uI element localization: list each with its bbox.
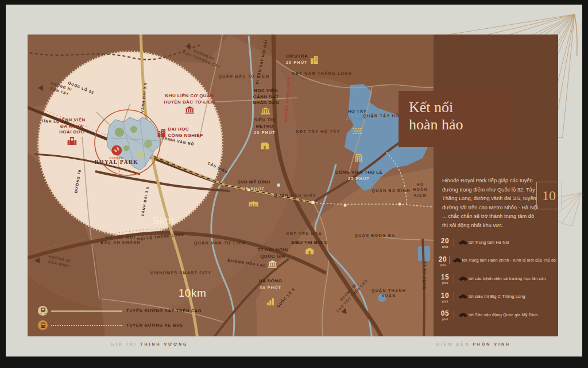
footer-right-tagline: ĐIỂM ĐẾN PHỒN VINH (436, 342, 510, 346)
waves-icon (353, 128, 362, 135)
car-icon (457, 240, 469, 245)
area-ho-hoan-kiem: HỒ HOÀN KIẾM (413, 182, 428, 198)
poi-khu-lien-co: KHU LIÊN CƠ QUAN HUYỆN BẮC TỪ LIÊM (164, 87, 215, 120)
poi-benh-vien-hoai-duc: BỆNH VIỆN ĐA KHOA HOÀI ĐỨC (58, 112, 85, 151)
government-building-icon (185, 106, 194, 114)
area-nam-tu-liem: QUẬN NAM TỪ LIÊM (194, 240, 246, 246)
poi-sieu-thi-metro: SIÊU THỊ METRO 20 PHÚT (254, 112, 276, 156)
area-ba-dinh: QUẬN BA ĐÌNH (372, 188, 410, 193)
location-map: QUẬN BẮC TỪ LIÊM KĐT NAM THĂNG LONG QUẬN… (28, 34, 434, 336)
poi-svd-my-dinh: SVĐ MỸ ĐÌNH 15 PHÚT (238, 174, 270, 212)
legend-rail-line (51, 310, 122, 312)
university-icon (157, 129, 165, 137)
project-logo: HINODE ROYAL PARK (95, 145, 139, 165)
travel-time-row: 20phút tới Trung tâm Hành chính - Kinh t… (438, 254, 556, 267)
towers-icon (266, 298, 274, 305)
arrow-hoa-binh-icon (34, 258, 40, 263)
area-kdt-tay-ho-tay: KĐT TÂY HỒ TÂY (296, 129, 341, 134)
poi-sieu-thi-big-c: SIÊU THỊ BIG C (291, 234, 328, 260)
poi-tt-hoi-nghi: TT HỘI NGHỊ QUỐC GIA (258, 241, 288, 274)
ring-5km-label: 5km (153, 213, 174, 228)
poi-dai-hoc-cong-nghiep: ĐẠI HỌC CÔNG NGHIỆP (157, 121, 203, 145)
area-thanh-xuan: QUẬN THANH XUÂN (366, 288, 411, 299)
area-vinhomes-smart-city: VINHOMES SMART CITY (150, 270, 212, 275)
map-legend: TUYẾN ĐƯỜNG SẮT TRÊN CAO TUYẾN ĐƯỜNG XE … (38, 304, 202, 332)
hospital-icon (67, 137, 76, 145)
car-icon (457, 312, 469, 317)
travel-times-list: 20phút tới Trung tâm Hà Nội 20phút tới T… (438, 236, 556, 327)
convention-center-icon (268, 260, 277, 268)
car-icon (452, 258, 462, 263)
legend-bus-row: TUYẾN ĐƯỜNG XE BUS (38, 318, 202, 332)
bus-icon (38, 320, 48, 330)
travel-time-row: 20phút tới Trung tâm Hà Nội (438, 236, 556, 249)
page-number: 10 (536, 182, 562, 209)
area-dong-da: QUẬN ĐỐNG ĐA (354, 233, 395, 238)
car-icon (457, 276, 469, 281)
poi-ha-dong: HÀ ĐÔNG 30 PHÚT (259, 273, 283, 311)
map-spread: QUẬN BẮC TỪ LIÊM KĐT NAM THĂNG LONG QUẬN… (28, 34, 558, 336)
arrow-son-tay-icon (38, 85, 43, 91)
stadium-icon (249, 199, 259, 206)
section-title: Kết nối hoàn hảo (399, 91, 511, 133)
car-icon (457, 294, 469, 299)
footer-left-tagline: GIÁ TRỊ THỊNH VƯỢNG (111, 342, 188, 346)
area-tay-ho: QUẬN TÂY HỒ (363, 113, 399, 118)
panel-description: Hinode Royal Park tiếp giáp các tuyến đư… (442, 177, 540, 231)
park-gate-icon (355, 154, 363, 163)
travel-time-row: 15phút tới các bệnh viện và trường học l… (438, 272, 556, 285)
mall-icon (305, 247, 314, 254)
poi-ciputra: CIPUTRA20 PHÚT (286, 48, 318, 72)
supermarket-icon (261, 143, 269, 150)
area-bac-an-khanh: ĐÔ THỊ MỚI BẮC AN KHÁNH (100, 235, 141, 246)
section-title-box: Kết nối hoàn hảo (399, 91, 511, 147)
legend-bus-line (51, 325, 122, 326)
legend-rail-row: TUYẾN ĐƯỜNG SẮT TRÊN CAO (38, 304, 202, 318)
poi-cong-vien-thu-le: CÔNG VIÊN THỦ LỆ 25 PHÚT (335, 148, 382, 187)
ring-10km-label: 10km (179, 286, 206, 301)
highrise-icon (311, 56, 318, 64)
travel-time-row: 05phút tới Sân vận động Quốc gia Mỹ Đình (438, 308, 556, 321)
train-icon (38, 306, 48, 316)
brochure-page: QUẬN BẮC TỪ LIÊM KĐT NAM THĂNG LONG QUẬN… (6, 5, 582, 356)
area-cau-giay: QUẬN CẦU GIẤY (274, 193, 316, 198)
poi-ho-tay: HỒ TÂY 30 PHÚT (346, 103, 368, 141)
area-bac-tu-liem: QUẬN BẮC TỪ LIÊM (218, 74, 269, 79)
travel-time-row: 10phút tới siêu thị Big C Thăng Long (438, 290, 556, 304)
hinode-flower-icon (111, 145, 122, 156)
